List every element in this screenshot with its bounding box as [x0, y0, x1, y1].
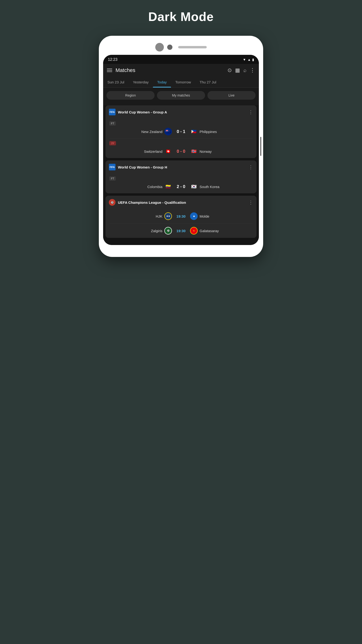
team-name-hjk: HJK	[139, 214, 162, 218]
match-status-ft-1: FT	[105, 120, 257, 126]
app-bar: Matches ⊙ ▦ ⌕ ⋮	[103, 64, 259, 77]
hamburger-menu-icon[interactable]	[107, 69, 112, 72]
section-header-ucl: ⚽ UEFA Champions League - Qualification …	[105, 196, 257, 209]
region-filter-button[interactable]: Region	[106, 91, 155, 100]
tab-bar: Sun 23 Jul Yesterday Today Tomorrow Thu …	[103, 77, 259, 88]
team-name-south-korea: South Korea	[200, 185, 233, 189]
wifi-icon: ▼	[243, 58, 246, 62]
team-name-zalgiris: Zalgiris	[139, 229, 162, 233]
logo-galatasaray: G	[190, 227, 198, 234]
match-zalgiris-gala: Zalgiris ⚽ 19:30 G Galatasaray	[105, 224, 257, 238]
phone-frame: 12:23 ▼ ▲ ▮ Matches ⊙ ▦ ⌕ ⋮ Sun 23 Jul Y…	[99, 36, 263, 257]
app-title: Matches	[115, 67, 224, 74]
more-options-icon[interactable]: ⋮	[250, 67, 255, 74]
section-ucl-qual: ⚽ UEFA Champions League - Qualification …	[105, 196, 257, 238]
team-name-norway: Norway	[200, 150, 233, 154]
score-sui-nor: 0 - 0	[174, 149, 188, 154]
match-hjk-molde: HJK ★★ 19:30 ◈ Molde	[105, 209, 257, 223]
section-more-icon-ucl[interactable]: ⋮	[248, 200, 253, 205]
content-area: FIFA World Cup Women - Group A ⋮ FT New …	[103, 105, 259, 245]
flag-colombia: 🇨🇴	[164, 183, 172, 190]
time-hjk-molde: 19:30	[174, 214, 188, 218]
fifa-logo-group-a: FIFA	[109, 109, 115, 115]
team-name-switzerland: Switzerland	[129, 150, 162, 154]
logo-hjk: ★★	[164, 212, 172, 220]
status-icons: ▼ ▲ ▮	[243, 58, 254, 62]
score-nz-phi: 0 - 1	[174, 129, 188, 134]
speaker	[178, 46, 207, 48]
flag-new-zealand: 🇳🇿	[164, 128, 172, 136]
flag-switzerland: 🇨🇭	[164, 148, 172, 155]
section-header-group-a: FIFA World Cup Women - Group A ⋮	[105, 105, 257, 119]
live-filter-button[interactable]: Live	[207, 91, 256, 100]
clock-icon[interactable]: ⊙	[227, 67, 232, 74]
fifa-logo-group-h: FIFA	[109, 164, 115, 170]
section-title-ucl: UEFA Champions League - Qualification	[118, 200, 246, 204]
camera-main	[155, 43, 164, 52]
team-name-colombia: Colombia	[129, 185, 162, 189]
match-nz-phi: FT New Zealand 🇳🇿 0 - 1 🇵🇭 Philippines	[105, 119, 257, 138]
tab-yesterday[interactable]: Yesterday	[129, 77, 153, 88]
tab-thu-27-jul[interactable]: Thu 27 Jul	[195, 77, 221, 88]
section-title-group-h: World Cup Women - Group H	[118, 165, 246, 169]
phone-top-decoration	[103, 43, 259, 52]
section-group-h: FIFA World Cup Women - Group H ⋮ FT Colo…	[105, 160, 257, 193]
team-name-galatasaray: Galatasaray	[200, 229, 223, 233]
team-row-col-kor[interactable]: Colombia 🇨🇴 2 - 0 🇰🇷 South Korea	[105, 181, 257, 192]
team-row-zalgiris-gala[interactable]: Zalgiris ⚽ 19:30 G Galatasaray	[105, 224, 257, 237]
uefa-logo: ⚽	[109, 199, 115, 206]
phone-screen: 12:23 ▼ ▲ ▮ Matches ⊙ ▦ ⌕ ⋮ Sun 23 Jul Y…	[103, 55, 259, 245]
match-status-29: 29'	[105, 140, 257, 146]
logo-molde: ◈	[190, 212, 198, 220]
team-name-molde: Molde	[200, 214, 223, 218]
search-icon[interactable]: ⌕	[243, 67, 247, 74]
tab-tomorrow[interactable]: Tomorrow	[171, 77, 195, 88]
flag-norway: 🇳🇴	[190, 148, 198, 155]
status-badge-ft-2: FT	[109, 176, 116, 181]
match-sui-nor: 29' Switzerland 🇨🇭 0 - 0 🇳🇴 Norway	[105, 138, 257, 158]
score-col-kor: 2 - 0	[174, 184, 188, 189]
team-row-nz-phi[interactable]: New Zealand 🇳🇿 0 - 1 🇵🇭 Philippines	[105, 126, 257, 137]
status-badge-ft-1: FT	[109, 121, 116, 126]
signal-icon: ▲	[247, 58, 251, 62]
status-time: 12:23	[108, 58, 117, 62]
battery-icon: ▮	[252, 58, 254, 62]
tab-sun-23-jul[interactable]: Sun 23 Jul	[103, 77, 129, 88]
match-status-ft-2: FT	[105, 175, 257, 181]
section-title-group-a: World Cup Women - Group A	[118, 110, 246, 114]
logo-zalgiris: ⚽	[164, 227, 172, 234]
time-zalgiris-gala: 19:30	[174, 229, 188, 233]
page-heading: Dark Mode	[148, 10, 214, 24]
team-row-sui-nor[interactable]: Switzerland 🇨🇭 0 - 0 🇳🇴 Norway	[105, 146, 257, 157]
camera-small	[167, 44, 172, 50]
team-name-philippines: Philippines	[200, 130, 233, 134]
flag-philippines: 🇵🇭	[190, 128, 198, 136]
section-more-icon-group-a[interactable]: ⋮	[248, 109, 253, 115]
status-bar: 12:23 ▼ ▲ ▮	[103, 55, 259, 64]
team-name-new-zealand: New Zealand	[129, 130, 162, 134]
tab-today[interactable]: Today	[153, 77, 171, 88]
my-matches-filter-button[interactable]: My matches	[157, 91, 205, 100]
match-col-kor: FT Colombia 🇨🇴 2 - 0 🇰🇷 South Korea	[105, 174, 257, 193]
scroll-indicator	[260, 137, 261, 156]
status-badge-live-29: 29'	[109, 141, 116, 146]
team-row-hjk-molde[interactable]: HJK ★★ 19:30 ◈ Molde	[105, 210, 257, 222]
section-more-icon-group-h[interactable]: ⋮	[248, 164, 253, 170]
section-group-a: FIFA World Cup Women - Group A ⋮ FT New …	[105, 105, 257, 158]
section-header-group-h: FIFA World Cup Women - Group H ⋮	[105, 160, 257, 174]
filter-row: Region My matches Live	[103, 88, 259, 103]
flag-south-korea: 🇰🇷	[190, 183, 198, 190]
calendar-icon[interactable]: ▦	[235, 67, 240, 74]
